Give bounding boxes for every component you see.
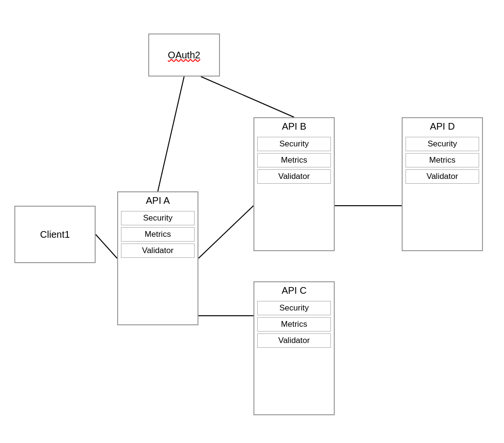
- oauth2-node: OAuth2: [148, 33, 220, 77]
- api-d-metrics: Metrics: [405, 153, 479, 167]
- api-a-label: API A: [118, 192, 197, 209]
- api-b-metrics: Metrics: [257, 153, 331, 167]
- api-c-metrics: Metrics: [257, 317, 331, 332]
- api-d-validator: Validator: [405, 169, 479, 184]
- api-a-metrics: Metrics: [121, 227, 195, 242]
- client1-label: Client1: [36, 226, 74, 243]
- svg-line-1: [201, 77, 294, 117]
- api-b-validator: Validator: [257, 169, 331, 184]
- diagram-container: OAuth2 Client1 API A Security Metrics Va…: [0, 0, 504, 443]
- api-c-node: API C Security Metrics Validator: [253, 281, 335, 415]
- api-a-node: API A Security Metrics Validator: [117, 191, 198, 325]
- api-d-node: API D Security Metrics Validator: [402, 117, 483, 251]
- api-b-security: Security: [257, 137, 331, 151]
- svg-line-0: [158, 77, 184, 191]
- api-c-label: API C: [254, 282, 334, 299]
- api-d-security: Security: [405, 137, 479, 151]
- oauth2-label: OAuth2: [164, 47, 204, 64]
- api-a-security: Security: [121, 211, 195, 225]
- api-c-validator: Validator: [257, 333, 331, 348]
- api-c-security: Security: [257, 301, 331, 315]
- api-a-validator: Validator: [121, 244, 195, 258]
- svg-line-3: [198, 206, 253, 258]
- api-b-label: API B: [254, 118, 334, 135]
- svg-line-2: [96, 234, 117, 258]
- client1-node: Client1: [14, 206, 96, 263]
- api-d-label: API D: [403, 118, 482, 135]
- api-b-node: API B Security Metrics Validator: [253, 117, 335, 251]
